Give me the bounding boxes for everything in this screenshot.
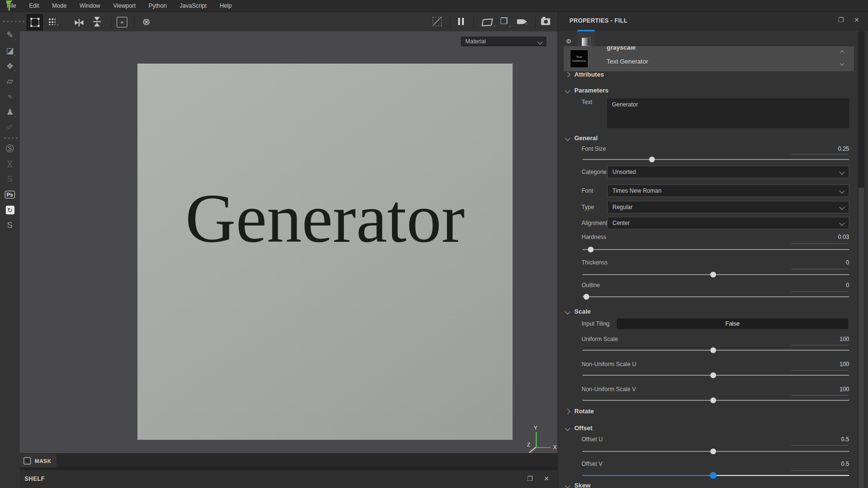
menu-python[interactable]: Python bbox=[149, 2, 166, 9]
slider-knob[interactable] bbox=[710, 397, 716, 403]
font-select[interactable]: Times New Roman bbox=[607, 185, 849, 197]
hardness-value[interactable]: 0.03 bbox=[838, 234, 849, 240]
thickenss-value[interactable]: 0 bbox=[846, 259, 849, 266]
menu-window[interactable]: Window bbox=[80, 2, 100, 9]
slider-knob[interactable] bbox=[583, 294, 589, 300]
value-underline bbox=[791, 154, 848, 155]
display-mode-button[interactable]: ⌄ bbox=[482, 19, 492, 26]
section-skew[interactable]: Skew bbox=[575, 482, 590, 488]
offset-v-value[interactable]: 0.5 bbox=[841, 461, 849, 467]
outline-value[interactable]: 0 bbox=[846, 282, 849, 289]
non-uniform-v-slider[interactable] bbox=[583, 400, 849, 401]
scroll-up-icon[interactable] bbox=[840, 51, 844, 54]
viewport-channel-select[interactable]: Material bbox=[461, 37, 546, 46]
offset-u-value[interactable]: 0.5 bbox=[841, 436, 849, 443]
photoshop-export-button[interactable]: Ps bbox=[0, 188, 20, 201]
shelf-float-button[interactable]: ❐ bbox=[527, 475, 533, 482]
non-uniform-v-value[interactable]: 100 bbox=[840, 386, 849, 393]
font-size-slider[interactable] bbox=[583, 159, 849, 160]
scrollbar-thumb[interactable] bbox=[858, 188, 864, 488]
smudge-tool-button[interactable]: ♀ bbox=[0, 90, 20, 103]
bake-pending-button[interactable]: ⋈ bbox=[0, 158, 20, 170]
section-parameters[interactable]: Parameters bbox=[575, 87, 609, 94]
slider-knob[interactable] bbox=[710, 347, 716, 353]
slider-knob[interactable] bbox=[649, 157, 655, 162]
viewport-2d[interactable]: Generator Material Y Z X bbox=[20, 31, 557, 453]
projection-tool-button[interactable]: ❖⌄ bbox=[0, 60, 20, 72]
menu-edit[interactable]: Edit bbox=[29, 2, 39, 9]
pause-engine-button[interactable] bbox=[457, 18, 465, 25]
input-tiling-toggle[interactable]: False bbox=[617, 318, 848, 329]
mirror-vertical-button[interactable] bbox=[93, 17, 101, 26]
section-general[interactable]: General bbox=[575, 134, 597, 142]
slider-knob[interactable] bbox=[710, 272, 716, 277]
slider-knob-active[interactable] bbox=[710, 472, 717, 479]
slider-knob[interactable] bbox=[710, 372, 716, 378]
texture-plane[interactable]: Generator bbox=[137, 64, 513, 440]
section-attributes[interactable]: Attributes bbox=[575, 71, 604, 78]
clone-tool-button[interactable]: ♟⌄ bbox=[0, 106, 20, 118]
transform-marquee-icon bbox=[31, 18, 39, 26]
uniform-scale-value[interactable]: 100 bbox=[840, 336, 849, 343]
panel-close-button[interactable]: ✕ bbox=[854, 16, 859, 24]
eraser-tool-button[interactable]: ◪⌄ bbox=[0, 44, 20, 57]
substance-share-button[interactable]: S bbox=[0, 219, 20, 232]
mirror-horizontal-button[interactable] bbox=[75, 19, 83, 26]
shelf-close-button[interactable]: ✕ bbox=[544, 475, 549, 482]
properties-list-icon: ⚙ bbox=[566, 38, 571, 45]
section-offset[interactable]: Offset bbox=[575, 424, 593, 432]
symmetry-toggle-button[interactable] bbox=[433, 17, 442, 26]
non-uniform-u-label: Non-Uniform Scale U bbox=[582, 361, 636, 368]
menu-help[interactable]: Help bbox=[220, 2, 232, 9]
panel-scrollbar[interactable] bbox=[858, 31, 865, 488]
paint-tool-button[interactable]: ✎⌄ bbox=[0, 28, 20, 41]
mask-tab[interactable]: MASK bbox=[20, 454, 56, 468]
slider-knob[interactable] bbox=[588, 247, 594, 252]
add-frame-button[interactable]: + bbox=[117, 17, 127, 27]
snap-grid-button[interactable]: ⌄ bbox=[48, 18, 55, 25]
chevron-down-icon bbox=[839, 188, 844, 193]
resource-name: Text Generator bbox=[607, 58, 648, 65]
menu-viewport[interactable]: Viewport bbox=[113, 2, 136, 9]
geometry-mode-button[interactable]: ❒ ⌄ bbox=[500, 16, 508, 26]
font-size-value[interactable]: 0.25 bbox=[838, 145, 849, 152]
categorie-label: Categorie bbox=[582, 169, 607, 175]
uniform-scale-slider[interactable] bbox=[583, 350, 849, 351]
color-picker-tool-button[interactable]: ✐ bbox=[0, 121, 20, 133]
polygon-fill-icon: ▱ bbox=[7, 76, 13, 86]
transform-tool-button[interactable] bbox=[27, 14, 43, 30]
section-rotate[interactable]: Rotate bbox=[575, 408, 594, 415]
type-label: Type bbox=[582, 204, 594, 211]
screenshot-button[interactable] bbox=[541, 18, 550, 25]
substance-dim-button[interactable]: S bbox=[0, 173, 20, 185]
video-camera-icon bbox=[517, 19, 524, 24]
layer-tab-bar: MASK bbox=[20, 453, 557, 468]
iray-render-button[interactable]: ↻ bbox=[0, 204, 20, 216]
menu-javascript[interactable]: JavaScript bbox=[180, 2, 207, 9]
non-uniform-u-value[interactable]: 100 bbox=[840, 361, 849, 368]
section-scale[interactable]: Scale bbox=[575, 308, 591, 315]
resource-selector[interactable]: grayscale TextGenerator Text Generator bbox=[564, 46, 854, 71]
substance-resource-button[interactable]: Ⓢ bbox=[0, 142, 20, 155]
menu-mode[interactable]: Mode bbox=[52, 2, 67, 9]
categorie-select[interactable]: Unsorted bbox=[607, 166, 849, 178]
reset-button[interactable]: ⊗ bbox=[142, 16, 150, 27]
thickenss-slider[interactable] bbox=[583, 274, 849, 275]
value-underline bbox=[791, 243, 848, 244]
chevron-down-icon bbox=[537, 39, 542, 44]
hardness-slider[interactable] bbox=[583, 249, 849, 250]
non-uniform-u-slider[interactable] bbox=[583, 375, 849, 376]
scroll-down-icon[interactable] bbox=[840, 62, 844, 66]
offset-v-slider[interactable] bbox=[583, 475, 849, 476]
alignment-select[interactable]: Center bbox=[607, 217, 849, 229]
slider-knob[interactable] bbox=[710, 448, 716, 454]
toolbar-drag-handle[interactable]: ■ ■ ■ ■ ■ ■ bbox=[3, 20, 25, 23]
camera-mode-button[interactable]: ⌄ bbox=[517, 19, 524, 24]
polygon-fill-tool-button[interactable]: ▱ bbox=[0, 75, 20, 87]
offset-u-slider[interactable] bbox=[583, 451, 849, 452]
toolbar-separator bbox=[111, 16, 111, 27]
text-param-input[interactable]: Generator bbox=[607, 98, 849, 128]
type-select[interactable]: Regular bbox=[607, 201, 849, 213]
panel-float-button[interactable]: ❐ bbox=[838, 16, 844, 24]
outline-slider[interactable] bbox=[583, 296, 849, 297]
